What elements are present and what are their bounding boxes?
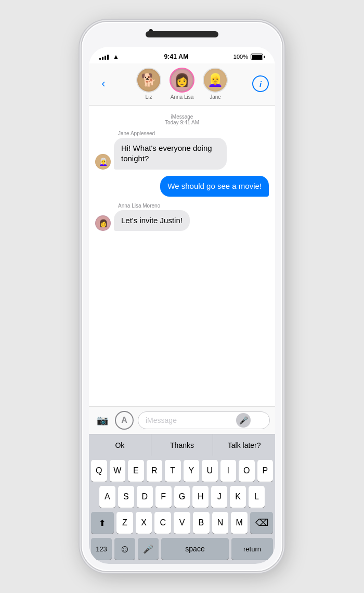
service-label: iMessage xyxy=(171,114,193,120)
nav-row: ‹ 🐕 Liz 👩 Anna Lisa xyxy=(95,68,269,100)
avatar-anna-img: 👩 xyxy=(171,69,193,92)
mic-button-input[interactable]: 🎤 xyxy=(236,413,251,428)
avatar-jane-label: Jane xyxy=(210,94,221,100)
sender-name-3: Anna Lisa Moreno xyxy=(118,203,269,209)
key-w[interactable]: W xyxy=(110,460,126,482)
avatar-jane: 👱‍♀️ xyxy=(203,68,228,93)
chat-area: iMessage Today 9:41 AM Jane Appleseed 👩‍… xyxy=(89,106,275,406)
status-left: ▲ xyxy=(99,53,119,60)
key-f[interactable]: F xyxy=(155,486,172,508)
speaker-notch xyxy=(146,31,218,37)
camera-button[interactable]: 📷 xyxy=(94,412,111,429)
message-row-3: 👩 Let's invite Justin! xyxy=(95,210,269,231)
keyboard-row-3: ⬆ Z X C V B N M ⌫ xyxy=(91,512,273,534)
message-row-1: 👩‍🦳 Hi! What's everyone doing tonight? xyxy=(95,138,269,170)
status-time: 9:41 AM xyxy=(164,53,188,60)
key-y[interactable]: Y xyxy=(184,460,200,482)
avatar-item-jane[interactable]: 👱‍♀️ Jane xyxy=(203,68,228,100)
avatar-anna: 👩 xyxy=(170,68,194,93)
battery-tip xyxy=(264,56,265,58)
info-button[interactable]: i xyxy=(252,75,269,92)
dictation-key[interactable]: 🎤 xyxy=(138,538,159,560)
key-t[interactable]: T xyxy=(165,460,181,482)
bubble-1: Hi! What's everyone doing tonight? xyxy=(114,138,227,170)
signal-bar-1 xyxy=(99,58,101,60)
signal-bar-2 xyxy=(102,57,103,60)
key-r[interactable]: R xyxy=(147,460,163,482)
message-row-2: We should go see a movie! xyxy=(95,176,269,197)
key-u[interactable]: U xyxy=(202,460,218,482)
emoji-key[interactable]: ☺ xyxy=(114,538,135,560)
key-m[interactable]: M xyxy=(231,512,248,534)
avatar-liz-img: 🐕 xyxy=(137,69,160,92)
avatar-msg-1: 👩‍🦳 xyxy=(95,154,111,170)
input-area: 📷 A iMessage 🎤 xyxy=(89,406,275,434)
phone-frame: ▲ 9:41 AM 100% ‹ xyxy=(0,0,364,593)
key-s[interactable]: S xyxy=(118,486,134,508)
space-key[interactable]: space xyxy=(161,538,229,560)
battery-fill xyxy=(252,55,262,59)
key-d[interactable]: D xyxy=(137,486,153,508)
battery-icon xyxy=(251,54,265,60)
predict-talk-later[interactable]: Talk later? xyxy=(213,434,275,456)
chat-time: Today 9:41 AM xyxy=(165,120,199,125)
keyboard-row-1: Q W E R T Y U I O P xyxy=(91,460,273,482)
predict-ok[interactable]: Ok xyxy=(89,434,151,456)
wifi-icon: ▲ xyxy=(113,53,119,60)
key-c[interactable]: C xyxy=(154,512,171,534)
keyboard-bottom-row: 123 ☺ 🎤 space return xyxy=(91,538,273,562)
keyboard: Q W E R T Y U I O P A S D F G xyxy=(89,456,275,564)
key-a[interactable]: A xyxy=(99,486,115,508)
avatar-item-liz[interactable]: 🐕 Liz xyxy=(136,68,161,100)
signal-bars xyxy=(99,54,109,60)
numbers-key[interactable]: 123 xyxy=(91,538,112,560)
shift-key[interactable]: ⬆ xyxy=(91,512,114,534)
key-j[interactable]: J xyxy=(211,486,227,508)
screen: ▲ 9:41 AM 100% ‹ xyxy=(89,47,275,564)
avatar-msg-3: 👩 xyxy=(95,215,111,231)
appstore-button[interactable]: A xyxy=(115,411,134,430)
nav-bar: ‹ 🐕 Liz 👩 Anna Lisa xyxy=(89,63,275,106)
message-group-1: Jane Appleseed 👩‍🦳 Hi! What's everyone d… xyxy=(95,131,269,170)
key-l[interactable]: L xyxy=(249,486,265,508)
avatar-jane-img: 👱‍♀️ xyxy=(204,69,227,92)
message-input[interactable]: iMessage 🎤 xyxy=(138,411,270,429)
avatar-liz-label: Liz xyxy=(146,94,152,100)
return-key[interactable]: return xyxy=(231,538,273,560)
predict-thanks[interactable]: Thanks xyxy=(151,434,214,456)
phone-body: ▲ 9:41 AM 100% ‹ xyxy=(81,21,283,572)
signal-bar-4 xyxy=(107,55,109,60)
status-bar: ▲ 9:41 AM 100% xyxy=(89,47,275,63)
delete-key[interactable]: ⌫ xyxy=(250,512,273,534)
status-right: 100% xyxy=(233,54,265,60)
avatar-anna-label: Anna Lisa xyxy=(171,94,193,100)
key-z[interactable]: Z xyxy=(116,512,133,534)
sender-name-1: Jane Appleseed xyxy=(118,131,269,136)
key-n[interactable]: N xyxy=(212,512,229,534)
back-button[interactable]: ‹ xyxy=(95,75,112,92)
key-v[interactable]: V xyxy=(174,512,190,534)
battery-body xyxy=(251,54,263,60)
key-i[interactable]: I xyxy=(220,460,237,482)
nav-avatars: 🐕 Liz 👩 Anna Lisa 👱‍♀️ xyxy=(112,68,252,100)
signal-bar-3 xyxy=(105,56,106,60)
key-x[interactable]: X xyxy=(136,512,152,534)
battery-percent: 100% xyxy=(233,54,248,60)
avatar-liz: 🐕 xyxy=(136,68,161,93)
key-h[interactable]: H xyxy=(192,486,209,508)
keyboard-row-2: A S D F G H J K L xyxy=(91,486,273,508)
key-q[interactable]: Q xyxy=(91,460,107,482)
bubble-3: Let's invite Justin! xyxy=(114,210,190,231)
avatar-item-anna[interactable]: 👩 Anna Lisa xyxy=(170,68,194,100)
message-group-3: Anna Lisa Moreno 👩 Let's invite Justin! xyxy=(95,203,269,231)
key-b[interactable]: B xyxy=(193,512,210,534)
input-placeholder: iMessage xyxy=(146,416,236,424)
key-e[interactable]: E xyxy=(128,460,144,482)
predictive-bar: Ok Thanks Talk later? xyxy=(89,434,275,456)
key-o[interactable]: O xyxy=(239,460,255,482)
key-k[interactable]: K xyxy=(230,486,246,508)
chat-timestamp: iMessage Today 9:41 AM xyxy=(95,114,269,125)
message-group-2: We should go see a movie! xyxy=(95,176,269,197)
key-p[interactable]: P xyxy=(257,460,274,482)
key-g[interactable]: G xyxy=(174,486,190,508)
